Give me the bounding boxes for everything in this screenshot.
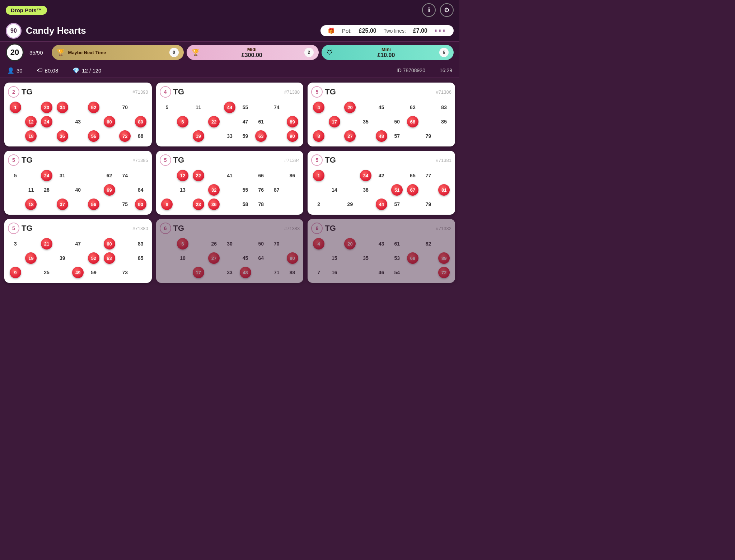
bingo-cell: 17 (191, 266, 206, 279)
bingo-cell: 55 (238, 183, 253, 197)
bingo-cell (436, 237, 451, 251)
bingo-cell: 75 (117, 197, 132, 211)
bingo-cell: 39 (55, 251, 70, 265)
bingo-cell: 46 (374, 266, 389, 279)
card-num-circle: 5 (311, 154, 323, 166)
bingo-cell: 68 (405, 251, 420, 265)
bingo-cell: 22 (207, 115, 222, 129)
bingo-cell (71, 101, 86, 114)
bingo-cell (8, 115, 23, 129)
bingo-cell (207, 266, 222, 279)
bingo-cell: 6 (175, 237, 190, 251)
bingo-cell: 54 (389, 266, 404, 279)
maybe-pot-icon: 🏆 (57, 48, 65, 56)
bingo-cell: 79 (421, 197, 436, 211)
bingo-cell: 60 (102, 237, 117, 251)
bingo-cell: 29 (343, 197, 358, 211)
info-button[interactable]: ℹ (422, 3, 436, 17)
bingo-cell: 36 (207, 197, 222, 211)
settings-button[interactable]: ⚙ (440, 3, 454, 17)
card-num-circle: 5 (160, 154, 171, 166)
bingo-cell (207, 101, 222, 114)
bingo-cell (285, 101, 300, 114)
bingo-cell (24, 169, 39, 182)
bingo-cell (160, 251, 175, 265)
maybe-pot-badge: 0 (169, 48, 179, 57)
bingo-cell: 10 (175, 251, 190, 265)
bingo-cell: 27 (207, 251, 222, 265)
pot-mini: 🛡 Mini £10.00 6 (322, 45, 454, 60)
bingo-cell: 90 (285, 129, 300, 143)
pot-amount: £25.00 (359, 28, 376, 34)
bingo-cell (436, 197, 451, 211)
bingo-cell (191, 183, 206, 197)
bingo-cell: 85 (436, 115, 451, 129)
card-num-circle: 5 (8, 154, 19, 166)
bingo-cell (343, 115, 358, 129)
bingo-cell: 48 (374, 129, 389, 143)
bingo-cell: 72 (117, 129, 132, 143)
bingo-cell: 38 (358, 183, 373, 197)
bingo-card: 5TG#7138412224166861332557687823365878 (156, 151, 304, 215)
stat-tickets: 💎 12 / 120 (72, 67, 101, 74)
bingo-grid: 1344265771438516781229445779 (311, 169, 451, 211)
bingo-cell (175, 266, 190, 279)
bingo-cell (285, 197, 300, 211)
ball-count[interactable]: 35/90 (29, 50, 43, 56)
bingo-cell: 22 (191, 169, 206, 182)
bingo-grid: 4204361821535536889716465472 (311, 237, 451, 279)
bingo-card: 2TG#7139012334527012244360801836567288 (4, 83, 152, 146)
bingo-cell (405, 266, 420, 279)
card-tg-label: TG (325, 224, 336, 233)
bingo-cell: 44 (222, 101, 237, 114)
bingo-grid: 52431627411284069841837567590 (8, 169, 148, 211)
bingo-cell (269, 115, 284, 129)
bingo-cell (269, 251, 284, 265)
ball-type-badge: 90 (6, 23, 22, 39)
bingo-cell: 72 (436, 266, 451, 279)
bingo-cell: 87 (269, 183, 284, 197)
bingo-cell (191, 237, 206, 251)
bingo-cell: 3 (8, 237, 23, 251)
bingo-cell: 24 (39, 169, 54, 182)
bingo-cell: 88 (133, 129, 148, 143)
bingo-cell: 76 (253, 183, 268, 197)
stat-stake: 🏷 £0.08 (37, 67, 58, 74)
bingo-cell: 44 (374, 197, 389, 211)
bingo-cell: 89 (285, 115, 300, 129)
bingo-cell: 56 (86, 129, 101, 143)
card-tg-label: TG (173, 155, 184, 165)
bingo-cell: 69 (102, 183, 117, 197)
bingo-cell: 63 (253, 129, 268, 143)
bingo-cell: 21 (39, 237, 54, 251)
bingo-cell (253, 101, 268, 114)
bingo-cell (117, 183, 132, 197)
players-count: 30 (17, 67, 23, 74)
card-num-circle: 5 (311, 86, 323, 98)
bingo-cell: 86 (285, 169, 300, 182)
bingo-cell: 28 (39, 183, 54, 197)
card-num-circle: 6 (160, 223, 171, 234)
bingo-cell: 88 (285, 266, 300, 279)
card-header: 5TG#71385 (8, 154, 148, 166)
bingo-cell: 43 (374, 237, 389, 251)
stat-players: 👤 30 (7, 67, 23, 74)
midi-pot-value: £300.00 (242, 52, 262, 59)
bingo-cell: 23 (191, 197, 206, 211)
bingo-cell: 33 (222, 266, 237, 279)
current-ball: 20 (6, 43, 24, 61)
bingo-cell: 40 (71, 183, 86, 197)
stat-time: 16:29 (440, 67, 452, 73)
bingo-card: 5TG#713864204562831735506885827485779 (308, 83, 455, 146)
bingo-cell: 36 (55, 129, 70, 143)
bingo-cell (405, 197, 420, 211)
bingo-cell (405, 237, 420, 251)
top-bar-right: ℹ ⚙ (422, 3, 454, 17)
card-num-circle: 5 (8, 223, 19, 234)
bingo-cell: 4 (311, 237, 326, 251)
bingo-cell (207, 169, 222, 182)
card-id: #71384 (284, 158, 300, 163)
bingo-cell (102, 197, 117, 211)
bingo-grid: 5114455746224761891933596390 (160, 101, 300, 143)
bingo-cell: 65 (405, 169, 420, 182)
